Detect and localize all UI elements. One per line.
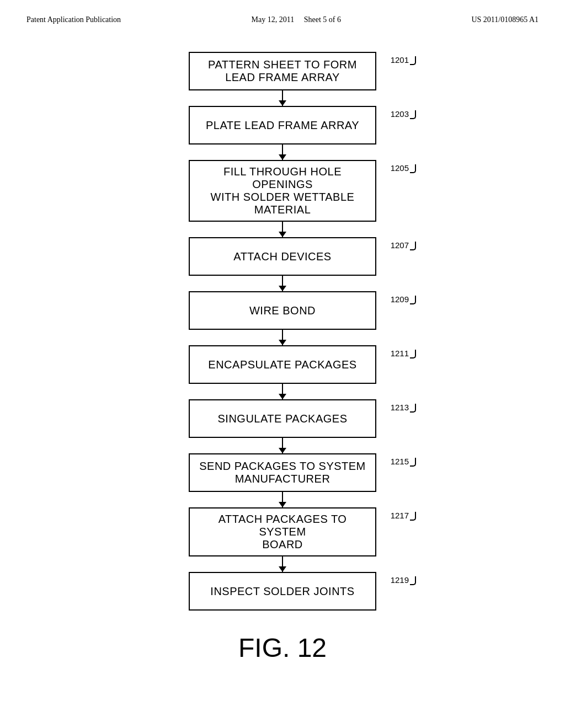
diagram-area: PATTERN SHEET TO FORM LEAD FRAME ARRAY12…: [0, 24, 565, 663]
step-1203-box: PLATE LEAD FRAME ARRAY: [189, 106, 376, 144]
step-1215-bracket: [410, 458, 416, 467]
arrow-5: [282, 384, 283, 399]
step-1203-bracket: [410, 110, 416, 119]
step-1217-box: ATTACH PACKAGES TO SYSTEM BOARD: [189, 507, 376, 556]
step-1209-box: WIRE BOND: [189, 291, 376, 330]
step-1211: ENCAPSULATE PACKAGES1211: [189, 345, 376, 384]
step-1203-label: 1203: [391, 109, 416, 119]
step-1205-bracket: [410, 164, 416, 173]
step-1215-number: 1215: [391, 457, 409, 466]
arrow-7: [282, 492, 283, 507]
step-1207: ATTACH DEVICES1207: [189, 237, 376, 276]
step-1215: SEND PACKAGES TO SYSTEM MANUFACTURER1215: [189, 453, 376, 492]
step-1213-label: 1213: [391, 403, 416, 413]
step-1217-number: 1217: [391, 511, 409, 520]
page-header: Patent Application Publication May 12, 2…: [0, 0, 565, 24]
arrow-0: [282, 90, 283, 106]
arrow-1: [282, 144, 283, 160]
step-1217-label: 1217: [391, 511, 416, 521]
step-1201: PATTERN SHEET TO FORM LEAD FRAME ARRAY12…: [189, 52, 376, 90]
step-1205-box: FILL THROUGH HOLE OPENINGS WITH SOLDER W…: [189, 160, 376, 222]
date-label: May 12, 2011: [252, 15, 295, 24]
step-1201-number: 1201: [391, 55, 409, 65]
step-1205: FILL THROUGH HOLE OPENINGS WITH SOLDER W…: [189, 160, 376, 222]
step-1213-number: 1213: [391, 403, 409, 412]
step-1201-box: PATTERN SHEET TO FORM LEAD FRAME ARRAY: [189, 52, 376, 90]
step-1219-bracket: [410, 576, 416, 585]
step-1209-number: 1209: [391, 295, 409, 304]
step-1207-number: 1207: [391, 240, 409, 250]
step-1213-bracket: [410, 404, 416, 413]
step-1207-label: 1207: [391, 240, 416, 250]
figure-label: FIG. 12: [238, 633, 327, 663]
step-1219-label: 1219: [391, 575, 416, 585]
step-1219: INSPECT SOLDER JOINTS1219: [189, 572, 376, 611]
step-1217-bracket: [410, 512, 416, 521]
step-1203: PLATE LEAD FRAME ARRAY1203: [189, 106, 376, 144]
step-1205-number: 1205: [391, 163, 409, 173]
step-1209-label: 1209: [391, 295, 416, 304]
step-1211-box: ENCAPSULATE PACKAGES: [189, 345, 376, 384]
step-1211-label: 1211: [391, 349, 416, 358]
arrow-4: [282, 330, 283, 345]
step-1207-box: ATTACH DEVICES: [189, 237, 376, 276]
step-1203-number: 1203: [391, 109, 409, 119]
step-1217: ATTACH PACKAGES TO SYSTEM BOARD1217: [189, 507, 376, 556]
header-center: May 12, 2011 Sheet 5 of 6: [252, 15, 341, 24]
arrow-6: [282, 438, 283, 453]
header-right: US 2011/0108965 A1: [471, 15, 539, 24]
step-1209: WIRE BOND1209: [189, 291, 376, 330]
step-1215-box: SEND PACKAGES TO SYSTEM MANUFACTURER: [189, 453, 376, 492]
step-1219-box: INSPECT SOLDER JOINTS: [189, 572, 376, 611]
step-1215-label: 1215: [391, 457, 416, 467]
patent-number: US 2011/0108965 A1: [471, 15, 539, 24]
sheet-label: Sheet 5 of 6: [304, 15, 341, 24]
step-1213-box: SINGULATE PACKAGES: [189, 399, 376, 438]
step-1219-number: 1219: [391, 575, 409, 585]
arrow-8: [282, 556, 283, 572]
step-1207-bracket: [410, 242, 416, 250]
step-1209-bracket: [410, 296, 416, 304]
publication-label: Patent Application Publication: [26, 15, 121, 24]
step-1211-number: 1211: [391, 349, 409, 358]
step-1201-bracket: [410, 56, 416, 65]
flowchart: PATTERN SHEET TO FORM LEAD FRAME ARRAY12…: [189, 52, 376, 611]
step-1205-label: 1205: [391, 163, 416, 173]
step-1201-label: 1201: [391, 55, 416, 65]
step-1213: SINGULATE PACKAGES1213: [189, 399, 376, 438]
header-left: Patent Application Publication: [26, 15, 121, 24]
arrow-3: [282, 276, 283, 291]
step-1211-bracket: [410, 350, 416, 358]
arrow-2: [282, 222, 283, 237]
